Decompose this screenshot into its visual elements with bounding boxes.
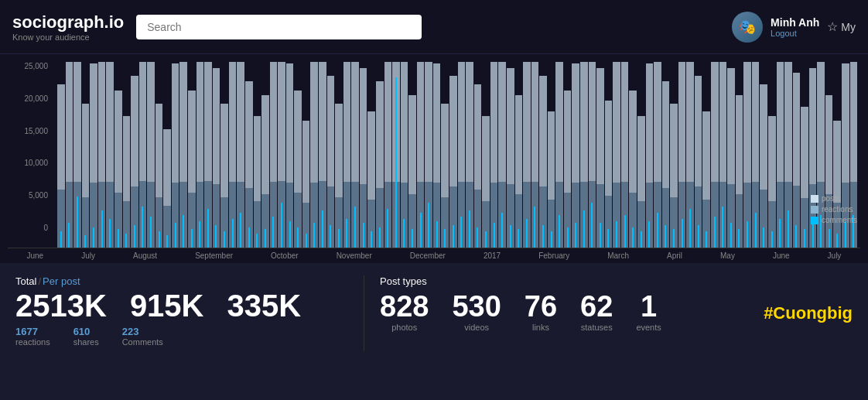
- bar-posts: [555, 62, 563, 182]
- x-axis-label: September: [195, 251, 233, 260]
- bar-posts: [131, 76, 138, 186]
- x-axis: JuneJulyAugustSeptemberOctoberNovemberDe…: [8, 248, 860, 263]
- post-types-row: 828photos530videos76links62statuses1even…: [380, 292, 748, 332]
- bar-posts: [548, 111, 555, 200]
- left-stats: Total / Per post 2513K915K335K 1677react…: [15, 275, 348, 347]
- bar-posts: [784, 62, 792, 182]
- bar-group: [793, 62, 801, 248]
- bar-comments: [256, 234, 258, 248]
- bar-posts: [114, 91, 122, 193]
- bar-group: [254, 62, 261, 248]
- brand: sociograph.io Know your audience: [12, 12, 124, 42]
- bar-comments: [371, 231, 372, 248]
- bar-comments: [363, 223, 364, 248]
- bar-group: [220, 62, 228, 248]
- bar-posts: [351, 62, 359, 182]
- bar-group: [425, 62, 432, 248]
- bar-comments: [281, 203, 282, 248]
- bar-comments: [641, 231, 642, 248]
- bar-comments: [829, 229, 830, 248]
- bar-posts: [727, 68, 735, 184]
- legend-item-comments: comments: [811, 216, 857, 224]
- legend-box-reactions: [811, 206, 818, 214]
- bar-posts: [343, 62, 351, 182]
- brand-title[interactable]: sociograph.io: [12, 12, 124, 32]
- bar-comments: [346, 219, 347, 248]
- bar-group: [270, 62, 278, 248]
- bar-comments: [648, 221, 650, 248]
- bar-posts: [678, 62, 686, 182]
- bar-group: [719, 62, 727, 248]
- bar-group: [327, 62, 335, 248]
- bar-group: [57, 62, 65, 248]
- bar-posts: [73, 62, 81, 182]
- bar-comments: [142, 207, 143, 248]
- bar-comments: [600, 223, 601, 248]
- bar-posts: [833, 121, 841, 203]
- bar-posts: [245, 81, 253, 189]
- bar-comments: [795, 225, 797, 248]
- my-label: My: [841, 21, 856, 33]
- bar-posts: [376, 81, 384, 189]
- stats-area: Total / Per post 2513K915K335K 1677react…: [0, 263, 868, 364]
- bar-comments: [207, 209, 209, 248]
- bar-group: [139, 62, 147, 248]
- bar-group: [711, 62, 719, 248]
- bar-group: [743, 62, 751, 248]
- bar-comments: [68, 223, 70, 248]
- post-type-count: 828: [380, 292, 429, 321]
- bar-comments: [657, 213, 658, 248]
- bar-group: [670, 62, 678, 248]
- bar-group: [237, 62, 244, 248]
- bar-group: [736, 62, 743, 248]
- bar-group: [310, 62, 318, 248]
- bar-posts: [401, 62, 408, 183]
- bar-comments: [118, 229, 119, 248]
- bar-group: [360, 62, 367, 248]
- user-info: Minh Anh Logout: [771, 16, 819, 38]
- x-axis-label: July: [81, 251, 95, 260]
- bar-posts: [294, 91, 302, 193]
- bar-comments: [387, 209, 388, 248]
- bar-posts: [319, 62, 326, 181]
- bar-posts: [613, 62, 620, 183]
- post-type-count: 76: [525, 292, 557, 321]
- bar-group: [302, 62, 310, 248]
- bar-comments: [232, 219, 234, 248]
- post-type-item-photos: 828photos: [380, 292, 429, 332]
- bar-group: [564, 62, 572, 248]
- star-icon: ☆: [827, 19, 838, 34]
- search-input[interactable]: [136, 15, 422, 39]
- post-type-count: 62: [580, 292, 613, 321]
- my-button[interactable]: ☆ My: [827, 19, 856, 34]
- bar-group: [613, 62, 620, 248]
- legend-box-posts: [811, 195, 818, 203]
- bar-posts: [408, 95, 416, 194]
- bar-group: [702, 62, 710, 248]
- bar-group: [580, 62, 588, 248]
- bar-comments: [199, 221, 200, 248]
- bar-comments: [730, 223, 732, 248]
- bar-comments: [689, 209, 691, 248]
- bar-group: [131, 62, 138, 248]
- x-axis-label: 2017: [484, 251, 501, 260]
- bar-group: [433, 62, 441, 248]
- x-axis-label: May: [720, 251, 735, 260]
- bar-posts: [310, 62, 318, 183]
- logout-link[interactable]: Logout: [771, 29, 819, 38]
- bar-group: [155, 62, 163, 248]
- bar-comments: [706, 231, 707, 248]
- legend-item-posts: posts: [811, 194, 857, 203]
- bar-comments: [272, 217, 274, 248]
- search-bar[interactable]: [136, 15, 422, 39]
- x-axis-label: August: [133, 251, 157, 260]
- bar-comments: [436, 221, 438, 248]
- post-types: Post types 828photos530videos76links62st…: [380, 275, 748, 332]
- bar-comments: [632, 227, 634, 248]
- bar-posts: [433, 63, 441, 183]
- stat-sub-item: 610shares: [73, 326, 99, 347]
- bar-comments: [460, 217, 462, 248]
- cuongbig-tag: #Cuongbig: [764, 303, 853, 323]
- bar-comments: [150, 217, 152, 248]
- bar-posts: [670, 104, 678, 197]
